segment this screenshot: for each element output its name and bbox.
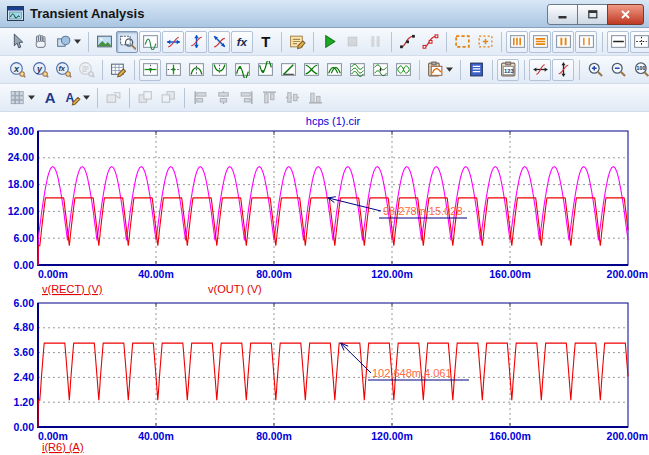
branch-curves-button[interactable] (369, 59, 391, 81)
titlebar[interactable]: Transient Analysis (0, 0, 649, 28)
alT-icon (261, 89, 278, 106)
cursor-vertical-button[interactable] (552, 59, 574, 81)
zoom-formula-button[interactable]: fx (52, 59, 74, 81)
y-tick-label: 2.40 (14, 371, 35, 383)
y-tick-label: 3.60 (14, 346, 35, 358)
clip123-icon: 123 (500, 61, 517, 78)
arrow-x-curve-icon (165, 33, 182, 50)
peakw-icon (234, 61, 251, 78)
svg-text:fx: fx (236, 35, 247, 48)
zoom-x-button[interactable]: x (6, 59, 28, 81)
restore-graphics-button (102, 87, 124, 109)
cursor-values-button[interactable]: 123 (497, 59, 519, 81)
zout-icon (610, 61, 627, 78)
text-tool-button[interactable]: T (254, 31, 276, 53)
graphics-tool-button[interactable] (52, 31, 83, 53)
select-region-button[interactable] (451, 31, 473, 53)
edit-table-button[interactable] (107, 59, 129, 81)
tokens-button[interactable] (419, 31, 441, 53)
bring-to-front-button (134, 87, 156, 109)
annotation-label[interactable]: 102.648m,4.061 (372, 367, 452, 379)
panel-vh-icon (555, 33, 572, 50)
svg-text:T: T (261, 34, 270, 50)
maximize-button[interactable] (577, 4, 608, 25)
series-label[interactable]: v(OUT) (V) (208, 283, 262, 295)
go-to-x-button[interactable] (300, 59, 322, 81)
toolbar-separator (97, 88, 98, 108)
go-to-valley-button[interactable] (208, 59, 230, 81)
run-button[interactable] (318, 31, 340, 53)
scale-window-tool-button[interactable] (139, 31, 161, 53)
panel-both-button[interactable] (552, 31, 574, 53)
zoom-y-button[interactable]: y (29, 59, 51, 81)
x-tick-label: 80.00m (256, 268, 292, 280)
group2-icon (160, 89, 177, 106)
image-icon (96, 33, 113, 50)
tag-vertical-button[interactable] (162, 59, 184, 81)
toolbar-separator (391, 32, 392, 52)
panel-vertical-button[interactable] (506, 31, 528, 53)
zoom-rect-icon (119, 33, 136, 50)
red-curve-markers-icon (399, 33, 416, 50)
data-points-button[interactable] (396, 31, 418, 53)
close-button[interactable] (607, 4, 644, 25)
slope-icon (280, 61, 297, 78)
pan-tool-button[interactable] (29, 31, 51, 53)
intersection-button[interactable] (346, 59, 368, 81)
group1-icon (137, 89, 154, 106)
panel-horizontal-button[interactable] (529, 31, 551, 53)
go-to-peak-button[interactable] (185, 59, 207, 81)
y-tick-label: 18.00 (8, 178, 34, 190)
peak-marker-button[interactable] (231, 59, 253, 81)
envelope-button[interactable] (392, 59, 414, 81)
minimize-button[interactable] (547, 4, 578, 25)
font-style-button[interactable]: A (61, 87, 92, 109)
x-tick-label: 160.00m (489, 430, 530, 442)
series-label[interactable]: i(R6) (A) (42, 441, 84, 453)
chart-canvas[interactable]: 30.0024.0018.0012.006.000.000.00m40.00m8… (0, 112, 649, 298)
go-to-y-button[interactable] (323, 59, 345, 81)
font-button[interactable]: A (38, 87, 60, 109)
zoom-100-button[interactable]: 100 (630, 59, 649, 81)
valley-marker-button[interactable] (254, 59, 276, 81)
arrow-y-curve-icon (188, 33, 205, 50)
annotation-label[interactable]: 98.278m,15.028 (383, 205, 463, 217)
pan-y-tool-button[interactable] (185, 31, 207, 53)
dash-rect-icon (454, 33, 471, 50)
transient-plot-top[interactable]: 30.0024.0018.0012.006.000.000.00m40.00m8… (0, 112, 649, 298)
ztext-icon (78, 61, 95, 78)
pan-x-tool-button[interactable] (162, 31, 184, 53)
fx-icon: fx (234, 33, 251, 50)
tag-region-button[interactable] (474, 31, 496, 53)
y-tick-label: 24.00 (8, 151, 34, 163)
separate-axes-button[interactable] (630, 31, 649, 53)
paste-wave-button[interactable] (424, 59, 455, 81)
image-tool-button[interactable] (93, 31, 115, 53)
tagh2-icon (165, 61, 182, 78)
properties-button[interactable] (286, 31, 308, 53)
toolbar-separator (88, 32, 89, 52)
transient-plot-bottom[interactable]: 6.004.803.602.401.200.000.00m40.00m80.00… (0, 298, 649, 455)
run-icon (321, 33, 338, 50)
zoom-select-tool-button[interactable] (116, 31, 138, 53)
pan-xy-tool-button[interactable] (208, 31, 230, 53)
align-middle-button (281, 87, 303, 109)
paste-icon (427, 61, 444, 78)
single-axis-button[interactable] (607, 31, 629, 53)
align-right-button (235, 87, 257, 109)
numeric-output-button[interactable] (465, 59, 487, 81)
zoom-in-button[interactable] (584, 59, 606, 81)
grid-layout-button[interactable] (6, 87, 37, 109)
select-tool-button[interactable] (6, 31, 28, 53)
cursor-horizontal-button[interactable] (529, 59, 551, 81)
formula-tool-button[interactable]: fx (231, 31, 253, 53)
zoom-out-button[interactable] (607, 59, 629, 81)
chart-canvas[interactable]: 6.004.803.602.401.200.000.00m40.00m80.00… (0, 298, 649, 455)
tag-horizontal-button[interactable] (139, 59, 161, 81)
red-curve-markers2-icon (422, 33, 439, 50)
toolbar-separator (134, 60, 135, 80)
toolbar-separator (492, 60, 493, 80)
series-label[interactable]: v(RECT) (V) (42, 283, 103, 295)
panel-two-button[interactable] (575, 31, 597, 53)
slope-tool-button[interactable] (277, 59, 299, 81)
